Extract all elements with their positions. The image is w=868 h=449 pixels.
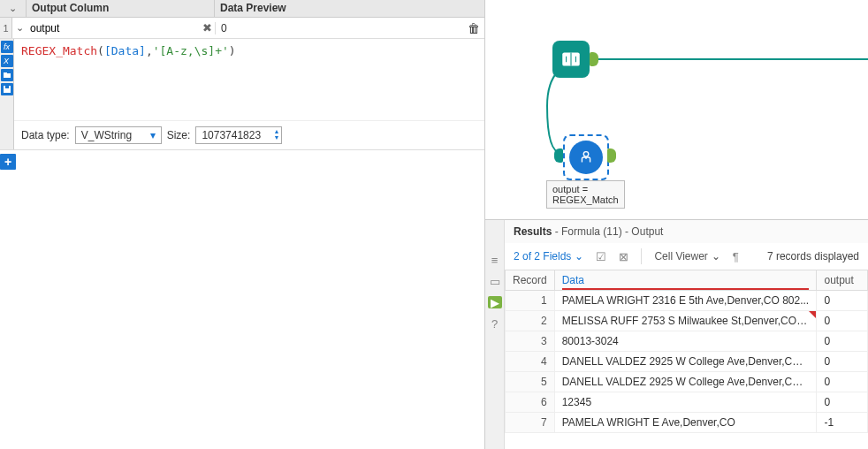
chevron-down-icon: ⌄ bbox=[712, 250, 720, 263]
cell-record: 7 bbox=[506, 413, 555, 433]
results-panel: ≡ ▭ ▶ ? Results - Formula (11) - Output … bbox=[484, 219, 868, 449]
cell-output[interactable]: 0 bbox=[817, 372, 868, 392]
cell-output[interactable]: 0 bbox=[817, 311, 868, 331]
svg-point-9 bbox=[583, 152, 589, 157]
delete-expression-icon[interactable]: 🗑 bbox=[463, 21, 484, 35]
expression-editor[interactable]: REGEX_Match([Data],'[A-z,\s]+') bbox=[14, 39, 484, 120]
size-label: Size: bbox=[167, 129, 191, 141]
cell-data[interactable]: DANELL VALDEZ 2925 W College Ave,Denver,… bbox=[554, 372, 817, 392]
formula-sidebar: fx X bbox=[0, 39, 14, 149]
columns-x-icon[interactable]: X bbox=[1, 55, 13, 67]
cell-data[interactable]: PAMELA WRIGHT 2316 E 5th Ave,Denver,CO 8… bbox=[554, 291, 817, 311]
folder-icon[interactable] bbox=[1, 69, 13, 81]
svg-rect-4 bbox=[5, 86, 9, 88]
col-output[interactable]: output bbox=[817, 270, 868, 291]
cell-viewer-dropdown[interactable]: Cell Viewer ⌄ bbox=[654, 250, 720, 263]
cell-data[interactable]: PAMELA WRIGHT E Ave,Denver,CO bbox=[554, 413, 817, 433]
datatype-label: Data type: bbox=[21, 129, 70, 141]
grid-header-row: Record Data output bbox=[506, 270, 868, 291]
output-column-row: 1 ⌄ ✖ 0 🗑 bbox=[0, 18, 484, 39]
col-data[interactable]: Data bbox=[554, 270, 817, 291]
size-stepper[interactable]: ▲▼ bbox=[273, 128, 279, 141]
expr-function: REGEX_Match bbox=[21, 44, 97, 57]
cell-record: 6 bbox=[506, 392, 555, 413]
header-data-preview: Data Preview bbox=[215, 0, 484, 17]
fx-functions-icon[interactable]: fx bbox=[1, 41, 13, 53]
datatype-row: Data type: V_WString Size: 1073741823 ▲▼ bbox=[14, 120, 484, 149]
add-expression-button[interactable]: + bbox=[0, 154, 16, 170]
cell-output[interactable]: 0 bbox=[817, 331, 868, 352]
config-header-row: ⌄ Output Column Data Preview bbox=[0, 0, 484, 18]
col-record[interactable]: Record bbox=[506, 270, 555, 291]
workflow-canvas[interactable]: output = REGEX_Match bbox=[484, 0, 868, 219]
datatype-dropdown[interactable]: V_WString bbox=[75, 126, 162, 144]
cell-record: 2 bbox=[506, 311, 555, 331]
row-expand-toggle[interactable]: ⌄ bbox=[12, 22, 27, 34]
header-output-column: Output Column bbox=[27, 0, 215, 17]
formula-config-panel: ⌄ Output Column Data Preview 1 ⌄ ✖ 0 🗑 f… bbox=[0, 0, 484, 449]
cell-data[interactable]: MELISSA RUFF 2753 S Milwaukee St,Denver,… bbox=[554, 311, 817, 331]
cell-record: 5 bbox=[506, 372, 555, 392]
table-row[interactable]: 6123450 bbox=[506, 392, 868, 413]
cell-output[interactable]: 0 bbox=[817, 392, 868, 413]
record-count: 7 records displayed bbox=[767, 250, 859, 263]
results-title: Results - Formula (11) - Output bbox=[505, 220, 868, 243]
svg-point-10 bbox=[585, 157, 587, 159]
data-icon[interactable]: ▶ bbox=[488, 296, 502, 308]
table-row[interactable]: 7PAMELA WRIGHT E Ave,Denver,CO-1 bbox=[506, 413, 868, 433]
results-grid[interactable]: Record Data output 1PAMELA WRIGHT 2316 E… bbox=[505, 270, 868, 449]
svg-rect-2 bbox=[4, 72, 7, 74]
wire-connections bbox=[485, 0, 868, 219]
expand-all-toggle[interactable]: ⌄ bbox=[0, 0, 27, 17]
cell-record: 4 bbox=[506, 352, 555, 372]
output-column-input[interactable] bbox=[30, 22, 195, 34]
save-icon[interactable] bbox=[1, 83, 13, 95]
messages-icon[interactable]: ≡ bbox=[488, 254, 502, 266]
cell-record: 1 bbox=[506, 291, 555, 311]
cell-data[interactable]: 12345 bbox=[554, 392, 817, 413]
svg-text:X: X bbox=[3, 57, 10, 65]
input-anchor[interactable] bbox=[554, 148, 563, 163]
formula-tool[interactable] bbox=[563, 134, 609, 180]
close-fields-icon[interactable]: ⊠ bbox=[619, 250, 628, 263]
cell-output[interactable]: 0 bbox=[817, 291, 868, 311]
text-input-tool[interactable] bbox=[552, 41, 590, 78]
cell-output[interactable]: 0 bbox=[817, 352, 868, 372]
metadata-toggle-icon[interactable]: ☑ bbox=[596, 250, 606, 263]
table-row[interactable]: 2MELISSA RUFF 2753 S Milwaukee St,Denver… bbox=[506, 311, 868, 331]
whitespace-icon[interactable]: ¶ bbox=[733, 250, 739, 263]
table-row[interactable]: 5DANELL VALDEZ 2925 W College Ave,Denver… bbox=[506, 372, 868, 392]
cell-data[interactable]: DANELL VALDEZ 2925 W College Ave,Denver,… bbox=[554, 352, 817, 372]
table-row[interactable]: 380013-30240 bbox=[506, 331, 868, 352]
formula-editor-area: fx X REGEX_Match([Data],'[A-z,\s]+') Dat… bbox=[0, 39, 484, 150]
table-row[interactable]: 1PAMELA WRIGHT 2316 E 5th Ave,Denver,CO … bbox=[506, 291, 868, 311]
help-icon[interactable]: ? bbox=[488, 317, 502, 330]
size-input[interactable]: 1073741823 ▲▼ bbox=[195, 126, 282, 144]
results-rail: ≡ ▭ ▶ ? bbox=[485, 220, 505, 449]
output-anchor[interactable] bbox=[590, 52, 598, 66]
cell-output[interactable]: -1 bbox=[817, 413, 868, 433]
preview-value: 0 bbox=[215, 22, 463, 34]
chevron-down-icon: ⌄ bbox=[575, 250, 583, 263]
fields-dropdown[interactable]: 2 of 2 Fields ⌄ bbox=[514, 250, 583, 263]
output-anchor[interactable] bbox=[607, 148, 616, 163]
files-icon[interactable]: ▭ bbox=[488, 275, 502, 287]
cell-data[interactable]: 80013-3024 bbox=[554, 331, 817, 352]
table-row[interactable]: 4DANELL VALDEZ 2925 W College Ave,Denver… bbox=[506, 352, 868, 372]
cell-record: 3 bbox=[506, 331, 555, 352]
expr-field: [Data] bbox=[104, 44, 146, 57]
expr-string: '[A-z,\s]+' bbox=[153, 44, 229, 57]
row-index: 1 bbox=[0, 18, 12, 38]
clear-output-icon[interactable]: ✖ bbox=[199, 21, 215, 34]
tool-annotation[interactable]: output = REGEX_Match bbox=[546, 180, 625, 209]
results-toolbar: 2 of 2 Fields ⌄ ☑ ⊠ Cell Viewer ⌄ ¶ 7 re… bbox=[505, 243, 868, 270]
